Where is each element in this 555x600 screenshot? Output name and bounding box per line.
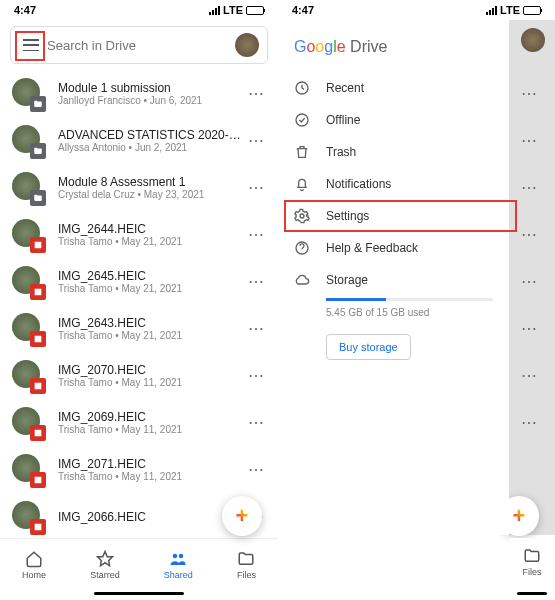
battery-icon: [246, 6, 264, 15]
storage-text: 5.45 GB of 15 GB used: [326, 307, 493, 318]
nav-home[interactable]: Home: [22, 550, 46, 580]
more-icon[interactable]: ⋯: [246, 319, 266, 338]
more-icon[interactable]: ⋯: [521, 305, 541, 352]
more-icon[interactable]: ⋯: [521, 399, 541, 446]
item-title: IMG_2069.HEIC: [58, 410, 246, 424]
star-icon: [96, 550, 114, 568]
item-body: IMG_2643.HEICTrisha Tamo • May 21, 2021: [58, 316, 246, 341]
nav-starred[interactable]: Starred: [90, 550, 120, 580]
item-title: IMG_2071.HEIC: [58, 457, 246, 471]
clock-icon: [294, 80, 310, 96]
drawer-trash[interactable]: Trash: [278, 136, 509, 168]
status-bar: 4:47 LTE: [278, 0, 555, 20]
drawer-help[interactable]: Help & Feedback: [278, 232, 509, 264]
more-icon[interactable]: ⋯: [246, 413, 266, 432]
folder-icon: [237, 550, 255, 568]
image-icon: [30, 472, 46, 488]
file-item[interactable]: IMG_2645.HEICTrisha Tamo • May 21, 2021⋯: [0, 258, 278, 305]
item-thumb: [12, 407, 44, 439]
svg-marker-0: [97, 551, 112, 565]
item-body: IMG_2645.HEICTrisha Tamo • May 21, 2021: [58, 269, 246, 294]
file-item[interactable]: IMG_2644.HEICTrisha Tamo • May 21, 2021⋯: [0, 211, 278, 258]
item-subtitle: Trisha Tamo • May 21, 2021: [58, 330, 246, 341]
item-title: ADVANCED STATISTICS 2020-20...: [58, 128, 246, 142]
drawer-recent[interactable]: Recent: [278, 72, 509, 104]
file-item[interactable]: IMG_2071.HEICTrisha Tamo • May 11, 2021⋯: [0, 446, 278, 493]
status-time: 4:47: [292, 4, 314, 16]
item-body: Module 8 Assessment 1Crystal dela Cruz •…: [58, 175, 246, 200]
more-icon[interactable]: ⋯: [246, 366, 266, 385]
item-body: IMG_2644.HEICTrisha Tamo • May 21, 2021: [58, 222, 246, 247]
file-item[interactable]: IMG_2070.HEICTrisha Tamo • May 11, 2021⋯: [0, 352, 278, 399]
storage-block: 5.45 GB of 15 GB used: [278, 296, 509, 326]
status-time: 4:47: [14, 4, 36, 16]
nav-drawer: Google Drive Recent Offline Trash Notifi…: [278, 20, 509, 535]
home-icon: [25, 550, 43, 568]
signal-icon: [486, 6, 497, 15]
item-body: IMG_2069.HEICTrisha Tamo • May 11, 2021: [58, 410, 246, 435]
more-icon[interactable]: ⋯: [246, 460, 266, 479]
svg-point-2: [179, 553, 184, 558]
brand-letter: g: [324, 38, 333, 55]
drawer-notifications[interactable]: Notifications: [278, 168, 509, 200]
status-right: LTE: [209, 4, 264, 16]
item-body: IMG_2070.HEICTrisha Tamo • May 11, 2021: [58, 363, 246, 388]
nav-shared[interactable]: Shared: [164, 550, 193, 580]
item-thumb: [12, 78, 44, 110]
search-input[interactable]: [47, 38, 227, 53]
nav-label: Files: [522, 567, 541, 577]
image-icon: [30, 331, 46, 347]
trash-icon: [294, 144, 310, 160]
screen-files-list: 4:47 LTE Module 1 submissionJanlloyd Fra…: [0, 0, 278, 600]
buy-storage-button[interactable]: Buy storage: [326, 334, 411, 360]
more-icon[interactable]: ⋯: [521, 211, 541, 258]
brand-letter: e: [337, 38, 346, 55]
file-item[interactable]: IMG_2643.HEICTrisha Tamo • May 21, 2021⋯: [0, 305, 278, 352]
file-item[interactable]: Module 1 submissionJanlloyd Francisco • …: [0, 70, 278, 117]
more-icon[interactable]: ⋯: [246, 272, 266, 291]
more-icon[interactable]: ⋯: [521, 70, 541, 117]
storage-bar: [326, 298, 493, 301]
battery-icon: [523, 6, 541, 15]
item-thumb: [12, 172, 44, 204]
file-item[interactable]: ADVANCED STATISTICS 2020-20...Allyssa An…: [0, 117, 278, 164]
item-subtitle: Trisha Tamo • May 21, 2021: [58, 236, 246, 247]
bottom-nav-partial: Files: [509, 538, 555, 600]
svg-point-1: [173, 553, 178, 558]
signal-icon: [209, 6, 220, 15]
more-icon[interactable]: ⋯: [521, 352, 541, 399]
drawer-label: Storage: [326, 273, 368, 287]
file-item[interactable]: IMG_2069.HEICTrisha Tamo • May 11, 2021⋯: [0, 399, 278, 446]
item-title: IMG_2066.HEIC: [58, 510, 246, 524]
file-item[interactable]: Module 8 Assessment 1Crystal dela Cruz •…: [0, 164, 278, 211]
nav-files[interactable]: Files: [237, 550, 256, 580]
status-right: LTE: [486, 4, 541, 16]
more-icon[interactable]: ⋯: [521, 164, 541, 211]
more-icon[interactable]: ⋯: [246, 131, 266, 150]
item-body: ADVANCED STATISTICS 2020-20...Allyssa An…: [58, 128, 246, 153]
account-avatar[interactable]: [235, 33, 259, 57]
folder-icon: [30, 96, 46, 112]
search-bar[interactable]: [10, 26, 268, 64]
nav-label: Files: [237, 570, 256, 580]
item-thumb: [12, 454, 44, 486]
item-subtitle: Trisha Tamo • May 11, 2021: [58, 424, 246, 435]
item-subtitle: Crystal dela Cruz • May 23, 2021: [58, 189, 246, 200]
fab-add[interactable]: +: [222, 496, 262, 536]
home-indicator: [0, 586, 278, 600]
more-icon[interactable]: ⋯: [246, 225, 266, 244]
drawer-settings[interactable]: Settings: [278, 200, 509, 232]
item-thumb: [12, 360, 44, 392]
nav-files[interactable]: Files: [522, 538, 541, 586]
more-icon[interactable]: ⋯: [246, 84, 266, 103]
drawer-offline[interactable]: Offline: [278, 104, 509, 136]
background-list-actions: ⋯ ⋯ ⋯ ⋯ ⋯ ⋯ ⋯ ⋯: [521, 40, 541, 446]
more-icon[interactable]: ⋯: [521, 117, 541, 164]
more-icon[interactable]: ⋯: [521, 258, 541, 305]
drawer-storage[interactable]: Storage: [278, 264, 509, 296]
drawer-label: Notifications: [326, 177, 391, 191]
bell-icon: [294, 176, 310, 192]
brand-letter: G: [294, 38, 306, 55]
help-icon: [294, 240, 310, 256]
more-icon[interactable]: ⋯: [246, 178, 266, 197]
